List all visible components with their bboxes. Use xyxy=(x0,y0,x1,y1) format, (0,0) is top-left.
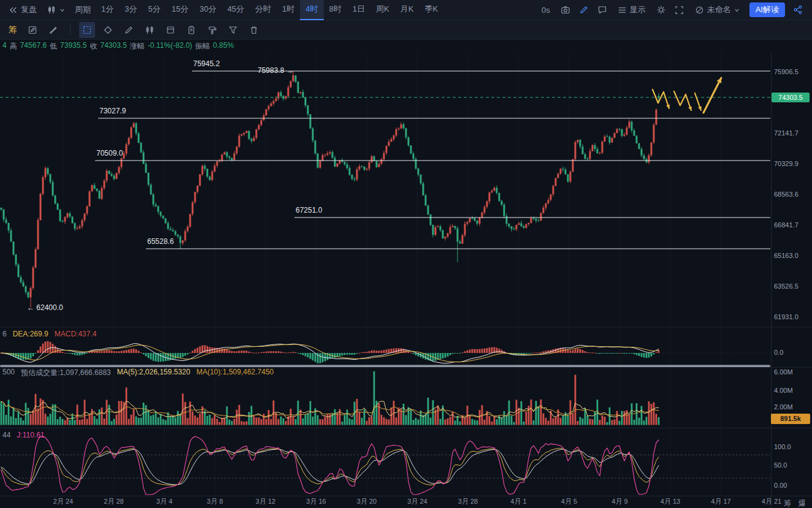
time-axis-label: 2月 24 xyxy=(53,498,73,505)
time-axis-label: 4月 5 xyxy=(561,498,577,505)
trash-icon xyxy=(249,25,259,35)
toolbar-right-group: 0s 显示 未命名 xyxy=(537,0,808,20)
ohlc-fragment: 4 xyxy=(2,41,7,51)
brush-tool[interactable] xyxy=(45,22,61,38)
caret-down-icon xyxy=(59,7,65,13)
timeframe-季K[interactable]: 季K xyxy=(419,0,443,20)
time-axis-label: 3月 12 xyxy=(256,498,275,505)
funnel-icon xyxy=(228,25,238,35)
timeframe-15分[interactable]: 15分 xyxy=(166,0,194,20)
timeframe-4时[interactable]: 4时 xyxy=(300,0,323,20)
liquidation-corner-toggle[interactable]: 爆 xyxy=(799,498,806,508)
chart-type-selector[interactable] xyxy=(42,0,70,20)
screenshot-button[interactable] xyxy=(557,2,573,18)
candle-pattern-icon xyxy=(145,25,155,35)
replay-button[interactable]: 复盘 xyxy=(4,0,42,20)
camera-icon xyxy=(561,5,570,15)
timeframe-5分[interactable]: 5分 xyxy=(142,0,166,20)
level-label: 67251.0 xyxy=(296,206,323,214)
filter-tool[interactable] xyxy=(225,22,241,38)
candle-countdown: 0s xyxy=(537,6,555,15)
corner-toggles: 筹 爆 xyxy=(781,498,808,508)
time-axis-label: 3月 16 xyxy=(306,498,326,505)
main-toolbar: 复盘 周期 1分3分5分15分30分45分分时1时4时8时1日周K月K季K 0s… xyxy=(0,0,812,20)
draw-mode-button[interactable] xyxy=(576,2,592,18)
amplitude-value: 0.85% xyxy=(213,41,234,51)
price-axis-label: 68563.6 xyxy=(774,191,799,198)
trading-app: 复盘 周期 1分3分5分15分30分45分分时1时4时8时1日周K月K季K 0s… xyxy=(0,0,812,508)
price-axis-label: 63526.5 xyxy=(774,282,799,290)
time-axis-label: 3月 20 xyxy=(357,498,377,505)
drawn-arrow xyxy=(703,78,721,113)
timeframe-1日[interactable]: 1日 xyxy=(347,0,370,20)
chart-canvas[interactable]: 2月 242月 283月 43月 83月 123月 163月 203月 243月… xyxy=(0,52,812,508)
rewind-icon xyxy=(9,6,18,15)
fullscreen-icon xyxy=(675,6,684,15)
diamond-icon xyxy=(103,25,113,35)
comments-button[interactable] xyxy=(594,2,610,18)
settings-button[interactable] xyxy=(653,2,669,18)
pencil-draw-icon xyxy=(124,25,134,35)
time-axis-label: 4月 13 xyxy=(661,498,680,505)
timeframe-8时[interactable]: 8时 xyxy=(324,0,347,20)
share-button[interactable] xyxy=(790,2,806,18)
slash-circle-icon xyxy=(695,6,704,15)
period-dropdown[interactable]: 周期 xyxy=(70,0,96,20)
price-axis-label: 61931.0 xyxy=(774,313,799,320)
timeframe-月K[interactable]: 月K xyxy=(395,0,419,20)
template-selector[interactable]: 未命名 xyxy=(690,0,745,20)
timeframe-group: 1分3分5分15分30分45分分时1时4时8时1日周K月K季K xyxy=(96,0,443,20)
edit-note-tool[interactable] xyxy=(25,22,40,38)
current-price-badge: 74303.5 xyxy=(772,93,810,102)
delete-drawings-tool[interactable] xyxy=(246,22,262,38)
price-annotation: ← 62400.0 xyxy=(27,303,63,312)
timeframe-1时[interactable]: 1时 xyxy=(277,0,300,20)
low-value: 73935.5 xyxy=(60,41,86,51)
level-label: 65528.6 xyxy=(147,237,174,246)
timeframe-1分[interactable]: 1分 xyxy=(96,0,119,20)
template-name: 未命名 xyxy=(707,4,731,15)
replay-label: 复盘 xyxy=(21,4,37,15)
pencil-draw-tool[interactable] xyxy=(121,22,137,38)
close-value: 74303.5 xyxy=(100,41,126,51)
candle-pattern-tool[interactable] xyxy=(142,22,158,38)
price-axis-label: 65163.0 xyxy=(774,252,799,259)
time-axis-label: 3月 28 xyxy=(458,498,478,505)
low-label: 低 xyxy=(50,41,57,51)
panel-resize-handle[interactable] xyxy=(0,365,770,368)
timeframe-分时[interactable]: 分时 xyxy=(250,0,277,20)
chip-distribution-toggle[interactable]: 筹 xyxy=(6,25,20,36)
marquee-select-tool[interactable] xyxy=(79,22,95,38)
change-label: 涨幅 xyxy=(130,41,145,51)
time-axis-label: 4月 17 xyxy=(711,498,730,505)
time-axis-label: 3月 4 xyxy=(156,498,172,505)
paint-tool[interactable] xyxy=(204,22,220,38)
chip-corner-toggle[interactable]: 筹 xyxy=(784,498,791,508)
time-axis-label: 2月 28 xyxy=(104,498,123,505)
time-axis-label: 3月 24 xyxy=(407,498,427,505)
price-axis-label: 72141.7 xyxy=(774,129,799,137)
timeframe-30分[interactable]: 30分 xyxy=(194,0,221,20)
display-settings-button[interactable]: 显示 xyxy=(613,0,651,20)
caret-down-icon xyxy=(734,7,740,13)
clipboard-icon xyxy=(186,25,196,35)
fullscreen-button[interactable] xyxy=(672,2,688,18)
pencil-icon xyxy=(579,5,589,15)
brush-icon xyxy=(48,25,58,35)
ohlc-stats-bar: 4 高 74567.6 低 73935.5 收 74303.5 涨幅 -0.11… xyxy=(2,41,234,51)
period-label: 周期 xyxy=(75,4,91,15)
timeframe-3分[interactable]: 3分 xyxy=(119,0,142,20)
timeframe-周K[interactable]: 周K xyxy=(370,0,395,20)
diamond-tool[interactable] xyxy=(100,22,116,38)
comment-icon xyxy=(597,5,607,15)
ai-analysis-button[interactable]: AI解读 xyxy=(749,2,785,17)
edit-note-icon xyxy=(28,25,37,35)
high-label: 高 xyxy=(10,41,17,51)
gear-icon xyxy=(656,5,666,15)
timeframe-45分[interactable]: 45分 xyxy=(222,0,250,20)
amplitude-label: 振幅 xyxy=(195,41,210,51)
level-label: 70509.0 xyxy=(96,149,123,157)
box-tool[interactable] xyxy=(163,22,178,38)
clipboard-tool[interactable] xyxy=(183,22,199,38)
drawing-toolbar: 筹 xyxy=(0,20,812,40)
